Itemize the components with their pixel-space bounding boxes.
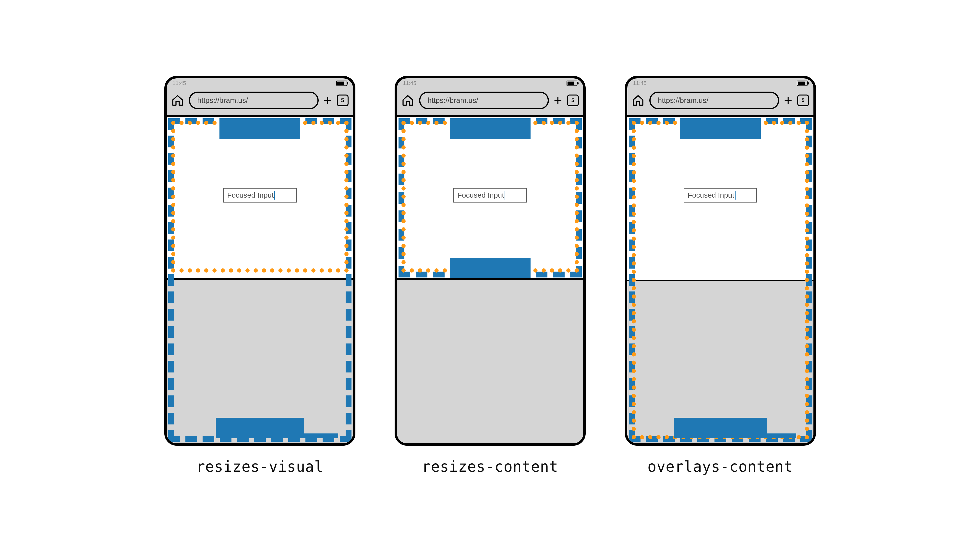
page-header-bar — [450, 118, 531, 139]
battery-icon — [566, 81, 578, 86]
text-cursor — [735, 191, 735, 200]
focused-text-input[interactable]: Focused Input — [223, 188, 297, 203]
url-bar[interactable]: https://bram.us/ — [419, 92, 549, 109]
tab-count: 5 — [571, 97, 574, 103]
page-header-bar — [220, 118, 300, 139]
focused-text-input[interactable]: Focused Input — [453, 188, 527, 203]
battery-icon — [797, 81, 808, 86]
status-time: 11:45 — [403, 80, 417, 86]
url-text: https://bram.us/ — [658, 96, 709, 105]
screen-area: Focused Input — [627, 115, 813, 443]
browser-toolbar: https://bram.us/ + 5 — [167, 88, 353, 115]
url-text: https://bram.us/ — [428, 96, 478, 105]
column-overlays-content: 11:45 https://bram.us/ + 5 — [625, 76, 816, 475]
page-header-bar — [680, 118, 761, 139]
screen-area: Focused Input — [397, 115, 583, 443]
caption-resizes-content: resizes-content — [422, 458, 558, 475]
status-bar: 11:45 — [627, 78, 813, 88]
tab-count: 5 — [341, 97, 344, 103]
browser-toolbar: https://bram.us/ + 5 — [397, 88, 583, 115]
tab-count-button[interactable]: 5 — [797, 95, 809, 106]
home-icon[interactable] — [401, 94, 414, 107]
keyboard-divider — [627, 279, 813, 281]
home-icon[interactable] — [632, 94, 644, 107]
text-cursor — [504, 191, 505, 200]
tab-count-button[interactable]: 5 — [337, 95, 348, 106]
phone-resizes-content: 11:45 https://bram.us/ + 5 — [395, 76, 585, 446]
input-label: Focused Input — [458, 191, 504, 199]
url-bar[interactable]: https://bram.us/ — [649, 92, 779, 109]
text-cursor — [274, 191, 275, 200]
screen-area: Focused Input — [167, 115, 353, 443]
page-footer-bar — [216, 418, 304, 438]
caption-overlays-content: overlays-content — [648, 458, 793, 475]
status-time: 11:45 — [173, 80, 186, 86]
page-footer-bar — [450, 257, 531, 278]
phone-overlays-content: 11:45 https://bram.us/ + 5 — [625, 76, 816, 446]
focused-text-input[interactable]: Focused Input — [684, 188, 757, 203]
new-tab-icon[interactable]: + — [784, 93, 792, 108]
new-tab-icon[interactable]: + — [554, 93, 562, 108]
input-label: Focused Input — [227, 191, 274, 199]
column-resizes-visual: 11:45 https://bram.us/ + 5 — [164, 76, 355, 475]
tab-count-button[interactable]: 5 — [567, 95, 579, 106]
virtual-keyboard — [397, 281, 583, 443]
status-bar: 11:45 — [167, 78, 353, 88]
url-text: https://bram.us/ — [197, 96, 248, 105]
battery-icon — [336, 81, 347, 86]
new-tab-icon[interactable]: + — [324, 93, 332, 108]
status-time: 11:45 — [633, 80, 647, 86]
tab-count: 5 — [802, 97, 804, 103]
diagram-stage: 11:45 https://bram.us/ + 5 — [164, 76, 816, 475]
caption-resizes-visual: resizes-visual — [196, 458, 324, 475]
page-footer-bar — [674, 418, 767, 438]
input-label: Focused Input — [688, 191, 734, 199]
phone-resizes-visual: 11:45 https://bram.us/ + 5 — [164, 76, 355, 446]
home-icon[interactable] — [171, 94, 184, 107]
column-resizes-content: 11:45 https://bram.us/ + 5 — [395, 76, 585, 475]
status-bar: 11:45 — [397, 78, 583, 88]
url-bar[interactable]: https://bram.us/ — [189, 92, 319, 109]
browser-toolbar: https://bram.us/ + 5 — [627, 88, 813, 115]
